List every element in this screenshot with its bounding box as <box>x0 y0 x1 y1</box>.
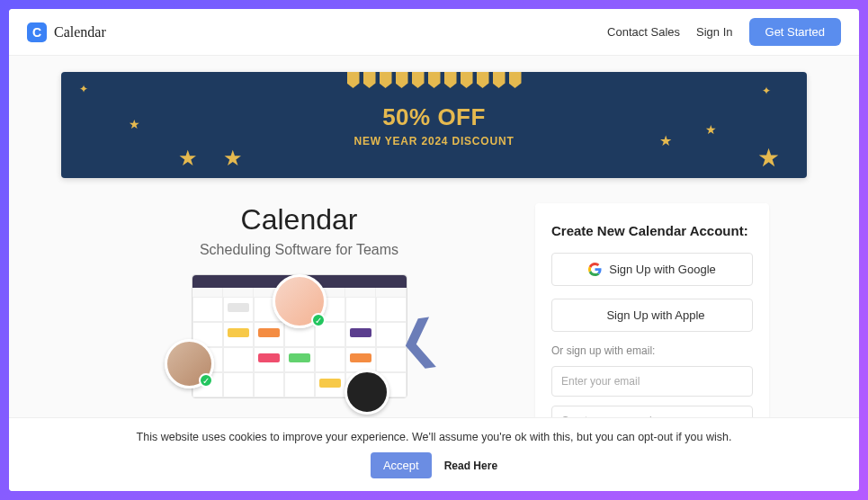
google-icon <box>588 263 602 276</box>
cookie-banner: This website uses cookies to improve you… <box>9 417 859 491</box>
signup-title: Create New Calendar Account: <box>551 223 753 238</box>
promo-banner[interactable]: ✦ ★ ★ ★ ✦ ★ ★ ★ 50% OFF NEW YEAR 2024 DI… <box>61 72 807 178</box>
promo-headline: 50% OFF <box>382 103 486 131</box>
cookie-actions: Accept Read Here <box>27 452 841 478</box>
leaf-decoration-icon: ❮ <box>393 308 443 371</box>
email-input[interactable] <box>551 366 753 397</box>
star-icon: ★ <box>705 122 717 137</box>
star-icon: ★ <box>223 146 243 171</box>
cookie-text: This website uses cookies to improve you… <box>27 431 841 443</box>
avatar-icon: ✓ <box>273 274 327 328</box>
google-signup-button[interactable]: Sign Up with Google <box>551 253 753 286</box>
calendar-illustration: ✓ ✓ ❮ <box>192 274 407 398</box>
star-icon: ✦ <box>762 85 771 97</box>
cookie-accept-button[interactable]: Accept <box>371 452 432 478</box>
cookie-read-link[interactable]: Read Here <box>444 460 497 472</box>
brand-logo-icon: C <box>27 22 47 42</box>
hero-title: Calendar <box>99 203 499 237</box>
google-signup-label: Sign Up with Google <box>609 263 716 276</box>
hero-subtitle: Scheduling Software for Teams <box>99 242 499 258</box>
brand[interactable]: C Calendar <box>27 22 106 42</box>
avatar-icon: ✓ <box>165 339 214 388</box>
apple-signup-label: Sign Up with Apple <box>606 308 704 322</box>
app-window: C Calendar Contact Sales Sign In Get Sta… <box>9 9 859 491</box>
apple-signup-button[interactable]: Sign Up with Apple <box>551 299 753 332</box>
avatar-icon <box>345 370 389 415</box>
sign-in-link[interactable]: Sign In <box>696 25 732 39</box>
star-icon: ✦ <box>79 83 88 95</box>
get-started-button[interactable]: Get Started <box>749 18 841 46</box>
brand-name: Calendar <box>54 24 106 40</box>
star-icon: ★ <box>659 132 672 149</box>
nav-right: Contact Sales Sign In Get Started <box>607 18 841 46</box>
star-icon: ★ <box>129 117 140 131</box>
contact-sales-link[interactable]: Contact Sales <box>607 25 680 39</box>
bunting-decoration-icon <box>345 72 523 88</box>
promo-subline: NEW YEAR 2024 DISCOUNT <box>353 135 514 147</box>
signup-alt-label: Or sign up with email: <box>551 344 753 357</box>
top-nav: C Calendar Contact Sales Sign In Get Sta… <box>9 9 859 56</box>
star-icon: ★ <box>757 143 780 173</box>
star-icon: ★ <box>178 146 198 171</box>
